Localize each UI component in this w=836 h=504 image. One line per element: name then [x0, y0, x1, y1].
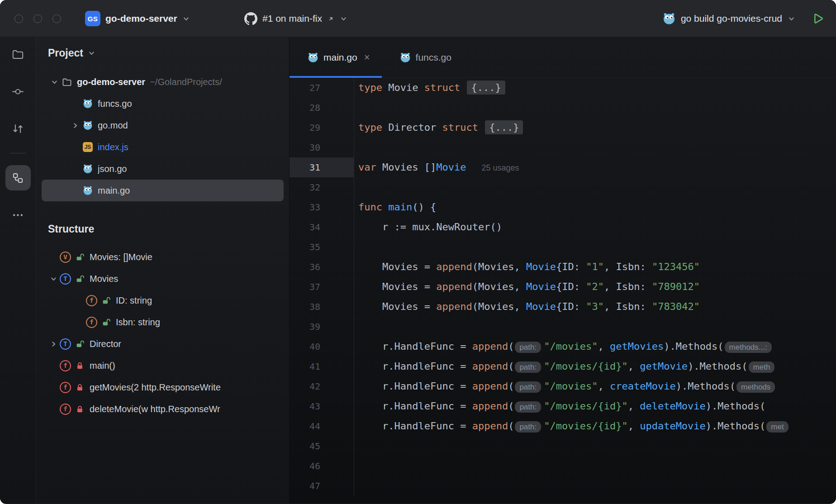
code-token: , Isbn: [604, 281, 652, 292]
tree-chevron-slot[interactable] [48, 78, 61, 86]
project-tree-item[interactable]: json.go [42, 158, 284, 180]
gutter-line-number[interactable]: 36 [290, 257, 354, 277]
activity-bar [0, 37, 36, 504]
vcs-branch-label: #1 on main-fix [262, 13, 322, 24]
code-line-content[interactable] [354, 177, 358, 197]
activity-pull-requests-button[interactable] [5, 116, 31, 141]
code-line-content[interactable] [354, 317, 358, 337]
gutter-line-number[interactable]: 45 [290, 436, 354, 456]
activity-project-button[interactable] [5, 42, 31, 67]
tree-chevron-slot[interactable] [47, 275, 60, 283]
code-line-content[interactable]: type Director struct {...} [354, 118, 523, 138]
code-line-content[interactable] [354, 436, 358, 456]
code-line: 36 Movies = append(Movies, Movie{ID: "1"… [290, 257, 836, 277]
run-button[interactable] [811, 12, 824, 25]
project-tree-item[interactable]: funcs.go [42, 93, 284, 114]
code-token: "789012" [652, 281, 700, 292]
gutter-line-number[interactable]: 38 [290, 297, 354, 317]
code-token: ).Methods( [688, 361, 747, 372]
js-file-icon: JS [81, 142, 94, 152]
tree-chevron-slot[interactable] [47, 340, 60, 348]
code-token: main [388, 201, 412, 213]
window-close-button[interactable] [14, 14, 23, 23]
window-zoom-button[interactable] [52, 14, 61, 23]
gutter-line-number[interactable]: 32 [290, 177, 354, 197]
code-line-content[interactable]: Movies = append(Movies, Movie{ID: "1", I… [354, 257, 700, 277]
activity-commit-button[interactable] [5, 79, 31, 104]
close-tab-icon[interactable]: × [364, 52, 370, 63]
code-line-content[interactable]: func main() { [354, 197, 436, 217]
gutter-line-number[interactable]: 30 [290, 138, 354, 157]
code-line-content[interactable]: r.HandleFunc = append(path:"/movies/{id}… [354, 416, 791, 436]
chevron-down-icon[interactable] [788, 15, 795, 23]
structure-item[interactable]: fgetMovies(2 http.ResponseWrite [36, 376, 289, 398]
code-line-content[interactable] [354, 476, 358, 496]
activity-structure-button[interactable] [5, 165, 31, 190]
code-line-content[interactable]: r.HandleFunc = append(path:"/movies", cr… [354, 376, 778, 396]
lock-open-icon [76, 340, 84, 348]
code-line: 29type Director struct {...} [290, 118, 836, 138]
code-line-content[interactable] [354, 237, 358, 257]
gutter-line-number[interactable]: 37 [290, 277, 354, 297]
gutter-line-number[interactable]: 39 [290, 317, 354, 337]
gutter-line-number[interactable]: 34 [290, 217, 354, 237]
folded-code-chip[interactable]: {...} [467, 81, 505, 95]
project-tree-item[interactable]: JSindex.js [42, 136, 284, 158]
editor-tab-main-go[interactable]: main.go× [290, 37, 382, 77]
code-token: var [358, 162, 376, 173]
project-tree-item[interactable]: go-demo-server~/GolandProjects/ [42, 71, 284, 93]
go-file-icon [400, 52, 411, 63]
vcs-branch-widget[interactable]: #1 on main-fix [244, 0, 347, 37]
gutter-line-number[interactable]: 40 [290, 337, 354, 357]
code-line-content[interactable]: type Movie struct {...} [354, 78, 505, 98]
structure-item[interactable]: fdeleteMovie(w http.ResponseWr [36, 398, 289, 420]
file-name: json.go [98, 164, 127, 174]
code-line-content[interactable] [354, 138, 358, 157]
window-minimize-button[interactable] [33, 14, 42, 23]
gutter-line-number[interactable]: 31 [290, 157, 354, 177]
code-line-content[interactable]: r.HandleFunc = append(path:"/movies/{id}… [354, 357, 777, 376]
code-line-content[interactable] [354, 456, 358, 476]
code-line-content[interactable]: var Movies []Movie25 usages [354, 157, 519, 177]
activity-more-button[interactable] [5, 202, 31, 228]
gutter-line-number[interactable]: 28 [290, 98, 354, 118]
code-token: {ID: [556, 281, 586, 292]
project-panel: Project go-demo-server~/GolandProjects/f… [36, 37, 290, 504]
code-token: , [628, 400, 640, 412]
gutter-line-number[interactable]: 46 [290, 456, 354, 476]
structure-item[interactable]: fID: string [36, 290, 289, 311]
file-name: go-demo-server [77, 77, 145, 87]
project-selector[interactable]: GS go-demo-server [85, 0, 190, 37]
gutter-line-number[interactable]: 43 [290, 396, 354, 416]
run-config-label[interactable]: go build go-movies-crud [681, 13, 782, 24]
project-tree-item[interactable]: go.mod [42, 114, 284, 136]
tree-chevron-slot[interactable] [69, 122, 81, 129]
folded-code-chip[interactable]: {...} [485, 120, 523, 134]
structure-panel-header: Structure [36, 213, 289, 235]
code-line-content[interactable]: r := mux.NewRouter() [354, 217, 502, 237]
code-line-content[interactable]: r.HandleFunc = append(path:"/movies", ge… [354, 337, 774, 357]
gutter-line-number[interactable]: 44 [290, 416, 354, 436]
folder-icon [12, 48, 24, 61]
project-panel-header[interactable]: Project [36, 37, 289, 59]
gutter-line-number[interactable]: 47 [290, 476, 354, 496]
gutter-line-number[interactable]: 35 [290, 237, 354, 257]
code-line-content[interactable]: Movies = append(Movies, Movie{ID: "3", I… [354, 297, 700, 317]
gutter-line-number[interactable]: 41 [290, 357, 354, 376]
gutter-line-number[interactable]: 27 [290, 78, 354, 98]
gutter-line-number[interactable]: 42 [290, 376, 354, 396]
gutter-line-number[interactable]: 29 [290, 118, 354, 138]
structure-item[interactable]: VMovies: []Movie [36, 246, 289, 268]
code-line-content[interactable]: r.HandleFunc = append(path:"/movies/{id}… [354, 396, 765, 416]
code-token: Director [382, 122, 442, 133]
structure-item[interactable]: TMovies [36, 268, 289, 290]
structure-item[interactable]: fIsbn: string [36, 311, 289, 333]
code-line-content[interactable]: Movies = append(Movies, Movie{ID: "2", I… [354, 277, 700, 297]
editor-tab-funcs-go[interactable]: funcs.go [382, 37, 463, 77]
structure-item[interactable]: fmain() [36, 355, 289, 376]
structure-item[interactable]: TDirector [36, 333, 289, 355]
project-tree-item[interactable]: main.go [42, 180, 284, 201]
gutter-line-number[interactable]: 33 [290, 197, 354, 217]
code-line-content[interactable] [354, 98, 358, 118]
code-line: 46 [290, 456, 836, 476]
